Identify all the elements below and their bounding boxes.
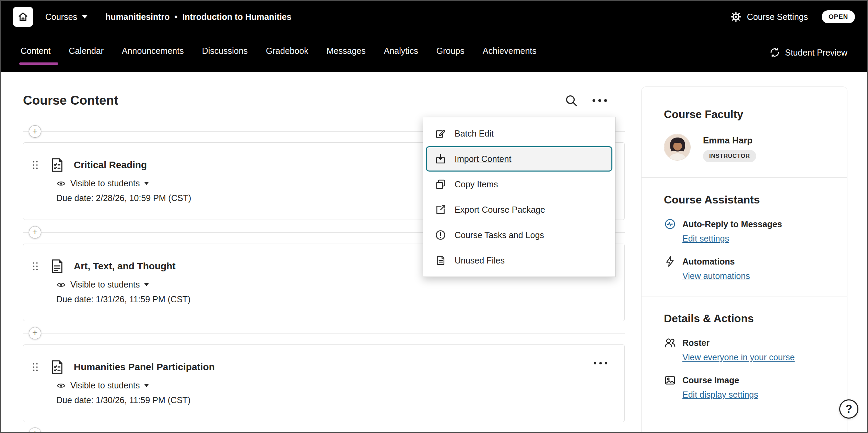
breadcrumb-course-name: Introduction to Humanities [182, 12, 291, 22]
help-button[interactable]: ? [839, 399, 858, 419]
insert-content-divider: + [23, 327, 625, 339]
home-button[interactable] [13, 7, 33, 27]
details-item-roster: Roster View everyone in your course [664, 337, 830, 362]
student-preview-icon [769, 47, 780, 58]
course-assistants-heading: Course Assistants [664, 178, 830, 206]
topbar-right: Course Settings OPEN [730, 10, 855, 23]
chevron-down-icon [144, 384, 149, 387]
course-open-badge[interactable]: OPEN [822, 10, 855, 23]
add-content-button[interactable]: + [29, 125, 41, 138]
course-image-icon [664, 374, 676, 386]
visibility-label: Visible to students [70, 178, 140, 188]
insert-content-divider: + [23, 428, 625, 433]
tab-announcements[interactable]: Announcements [122, 33, 184, 72]
tab-calendar[interactable]: Calendar [69, 33, 104, 72]
more-options-button[interactable] [593, 99, 607, 102]
menu-item-unused-files[interactable]: Unused Files [423, 248, 615, 273]
auto-reply-icon [664, 218, 676, 230]
assessment-document-icon [49, 157, 65, 173]
courses-label: Courses [45, 12, 77, 22]
unused-files-icon [435, 255, 446, 266]
due-date-text: Due date: 1/31/26, 11:59 PM (CST) [56, 294, 611, 304]
avatar[interactable] [664, 134, 691, 161]
search-icon [564, 94, 578, 107]
assistant-item-auto-reply: Auto-Reply to Messages Edit settings [664, 218, 830, 244]
menu-item-label: Import Content [455, 154, 511, 164]
eye-icon [56, 280, 66, 290]
edit-settings-link[interactable]: Edit settings [682, 234, 729, 244]
home-icon [17, 11, 29, 23]
content-header: Course Content [23, 92, 625, 109]
details-actions-heading: Details & Actions [664, 296, 830, 325]
roster-icon [664, 337, 676, 349]
ellipsis-icon [593, 99, 607, 102]
eye-icon [56, 179, 66, 188]
add-content-button[interactable]: + [29, 226, 41, 238]
course-faculty-heading: Course Faculty [664, 87, 830, 121]
eye-icon [56, 381, 66, 390]
view-everyone-link[interactable]: View everyone in your course [682, 352, 795, 362]
batch-edit-icon [435, 128, 446, 139]
search-button[interactable] [564, 94, 578, 107]
assistant-item-title: Auto-Reply to Messages [682, 219, 782, 229]
menu-item-copy-items[interactable]: Copy Items [423, 172, 615, 197]
breadcrumb: humanitiesintro • Introduction to Humani… [105, 12, 291, 22]
chevron-down-icon [82, 15, 87, 19]
tab-discussions[interactable]: Discussions [202, 33, 248, 72]
export-package-icon [435, 204, 446, 215]
assistant-item-title: Automations [682, 257, 735, 267]
menu-item-label: Unused Files [455, 256, 505, 266]
content-item-title[interactable]: Humanities Panel Participation [74, 362, 215, 373]
visibility-dropdown[interactable]: Visible to students [56, 381, 611, 390]
edit-display-settings-link[interactable]: Edit display settings [682, 390, 758, 400]
assistant-item-automations: Automations View automations [664, 255, 830, 281]
card-menu-button[interactable] [594, 362, 607, 364]
drag-handle-icon[interactable] [32, 362, 39, 372]
student-preview-label: Student Preview [785, 48, 847, 58]
visibility-label: Visible to students [70, 280, 140, 290]
content-item-title[interactable]: Critical Reading [74, 160, 147, 171]
student-preview-button[interactable]: Student Preview [769, 33, 847, 60]
chevron-down-icon [144, 283, 149, 286]
menu-item-label: Copy Items [455, 179, 498, 189]
breadcrumb-course-id: humanitiesintro [105, 12, 170, 22]
view-automations-link[interactable]: View automations [682, 271, 750, 281]
instructor-row: Emma Harp INSTRUCTOR [664, 134, 830, 162]
menu-item-course-tasks-and-logs[interactable]: Course Tasks and Logs [423, 222, 615, 248]
menu-item-label: Export Course Package [455, 205, 545, 215]
course-settings-button[interactable]: Course Settings [747, 12, 808, 22]
details-item-title: Roster [682, 338, 709, 348]
add-content-button[interactable]: + [29, 327, 41, 339]
tab-analytics[interactable]: Analytics [384, 33, 418, 72]
instructor-name: Emma Harp [703, 135, 756, 146]
divider-line [23, 333, 625, 333]
course-details-panel: Course Faculty Emma Harp INSTRUCTOR Cour… [641, 86, 847, 433]
tab-content[interactable]: Content [21, 33, 51, 72]
tab-messages[interactable]: Messages [327, 33, 366, 72]
course-nav-bar: Content Calendar Announcements Discussio… [1, 33, 867, 72]
ellipsis-icon [594, 362, 607, 364]
content-options-menu: Batch Edit Import Content Copy Items [423, 117, 615, 277]
tab-achievements[interactable]: Achievements [483, 33, 537, 72]
courses-menu-button[interactable]: Courses [45, 12, 87, 22]
content-item-title[interactable]: Art, Text, and Thought [74, 261, 176, 272]
menu-item-import-content[interactable]: Import Content [426, 146, 612, 172]
menu-item-export-course-package[interactable]: Export Course Package [423, 197, 615, 222]
menu-item-batch-edit[interactable]: Batch Edit [423, 121, 615, 146]
header-icons [564, 94, 625, 107]
breadcrumb-separator: • [175, 12, 178, 22]
gear-icon [730, 11, 742, 23]
drag-handle-icon[interactable] [32, 261, 39, 271]
add-content-button[interactable]: + [29, 428, 41, 433]
visibility-dropdown[interactable]: Visible to students [56, 280, 611, 290]
due-date-text: Due date: 1/30/26, 11:59 PM (CST) [56, 395, 611, 405]
top-bar: Courses humanitiesintro • Introduction t… [1, 1, 867, 33]
tab-gradebook[interactable]: Gradebook [266, 33, 308, 72]
text-document-icon [49, 258, 65, 274]
chevron-down-icon [144, 182, 149, 185]
menu-item-label: Course Tasks and Logs [455, 230, 544, 240]
copy-items-icon [435, 178, 446, 190]
drag-handle-icon[interactable] [32, 160, 39, 170]
visibility-label: Visible to students [70, 381, 140, 390]
tab-groups[interactable]: Groups [436, 33, 465, 72]
